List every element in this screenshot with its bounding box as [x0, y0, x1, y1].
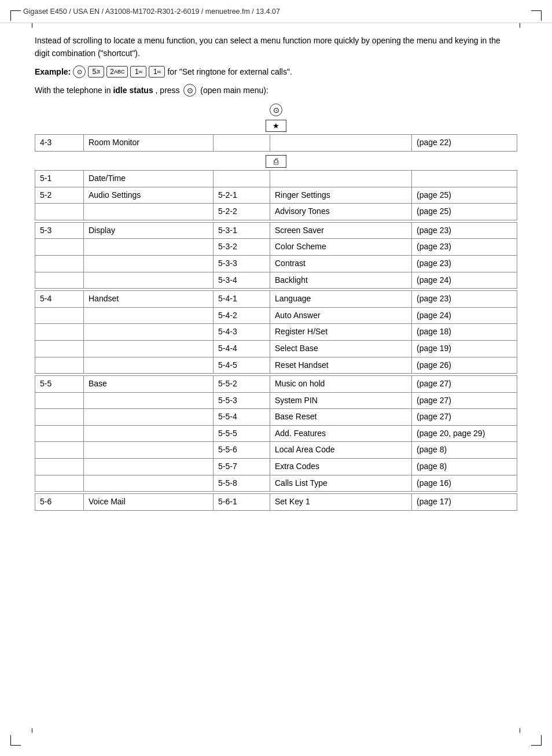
row-sub-code: 5-4-4: [214, 340, 270, 357]
row-sub-code: 5-5-6: [214, 442, 270, 459]
settings-icon-box: ⎙: [266, 155, 286, 168]
row-page: [412, 170, 517, 187]
corner-mark-br: [531, 735, 542, 746]
corner-mark-bl: [10, 735, 21, 746]
row-name: [84, 204, 214, 220]
table-row: 5-5-4Base Reset(page 27): [35, 409, 517, 426]
intro-paragraph: Instead of scrolling to locate a menu fu…: [35, 35, 517, 60]
row-name: [84, 239, 214, 256]
row-code: [35, 255, 84, 272]
row-code: [35, 392, 84, 409]
table-row: 5-5-8Calls List Type(page 16): [35, 475, 517, 492]
content-area: Instead of scrolling to locate a menu fu…: [35, 35, 517, 511]
example-line: Example: ⊙ 5 JI 2 ABC 1 ∞ 1 ∞ for "Set r…: [35, 65, 517, 78]
row-name: Date/Time: [84, 170, 214, 187]
nav-circle-row: ⊙: [35, 104, 517, 116]
row-page: (page 23): [412, 291, 517, 308]
row-sub-code: 5-5-2: [214, 376, 270, 393]
table-row: 5-3-2Color Scheme(page 23): [35, 239, 517, 256]
row-code: [35, 459, 84, 475]
row-page: (page 16): [412, 475, 517, 492]
table-row: 5-1Date/Time: [35, 170, 517, 187]
key-1a: 1 ∞: [130, 66, 146, 78]
table-row: 5-3-3Contrast(page 23): [35, 255, 517, 272]
table-row: 5-4-2Auto Answer(page 24): [35, 307, 517, 324]
row-sub-code: 5-4-5: [214, 357, 270, 374]
row-sub-code: 5-6-1: [214, 494, 270, 511]
page: Gigaset E450 / USA EN / A31008-M1702-R30…: [0, 0, 552, 756]
menu-structure: ⊙ ★ 4-3 Room Monitor (page 22) ⎙: [35, 104, 517, 510]
settings-icon-row: ⎙: [35, 155, 517, 168]
row-sub-name: [270, 170, 412, 187]
row-code: 5-5: [35, 376, 84, 393]
header-tick-right: [520, 23, 520, 28]
row-page: (page 25): [412, 187, 517, 204]
row-code: [35, 204, 84, 220]
table-row: 5-4-5Reset Handset(page 26): [35, 357, 517, 374]
row-sub-name: Music on hold: [270, 376, 412, 393]
row-page: (page 24): [412, 272, 517, 289]
row-sub-code: [214, 170, 270, 187]
row-page: (page 18): [412, 324, 517, 341]
row-page: (page 24): [412, 307, 517, 324]
row-sub-name: Base Reset: [270, 409, 412, 426]
menu-icon: ⊙: [73, 65, 86, 78]
row-sub-name: Color Scheme: [270, 239, 412, 256]
header-text: Gigaset E450 / USA EN / A31008-M1702-R30…: [23, 8, 280, 16]
row-name: [84, 357, 214, 374]
settings-table: 5-1Date/Time5-2Audio Settings5-2-1Ringer…: [35, 170, 517, 511]
row-code: [35, 340, 84, 357]
row-code: 5-2: [35, 187, 84, 204]
row-page: (page 23): [412, 255, 517, 272]
table-row: 5-5-6Local Area Code(page 8): [35, 442, 517, 459]
row-code: [35, 239, 84, 256]
row-page: (page 8): [412, 442, 517, 459]
row-name: [84, 340, 214, 357]
row-name: [84, 475, 214, 492]
table-row: 5-3-4Backlight(page 24): [35, 272, 517, 289]
row-sub-name: Select Base: [270, 340, 412, 357]
key-1b: 1 ∞: [149, 66, 165, 78]
row-name: [84, 425, 214, 442]
row-sub-name: Contrast: [270, 255, 412, 272]
room-monitor-name: Room Monitor: [84, 135, 214, 152]
table-row: 5-2-2Advisory Tones(page 25): [35, 204, 517, 220]
row-sub-name: Calls List Type: [270, 475, 412, 492]
row-sub-code: 5-4-2: [214, 307, 270, 324]
row-page: (page 27): [412, 409, 517, 426]
row-sub-code: 5-3-4: [214, 272, 270, 289]
row-page: (page 27): [412, 376, 517, 393]
idle-line: With the telephone in idle status , pres…: [35, 84, 517, 97]
row-code: [35, 425, 84, 442]
row-name: [84, 255, 214, 272]
star-key-row: ★: [35, 120, 517, 132]
row-name: Voice Mail: [84, 494, 214, 511]
row-page: (page 19): [412, 340, 517, 357]
row-page: (page 23): [412, 222, 517, 239]
row-sub-name: Extra Codes: [270, 459, 412, 475]
bottom-tick-right: [520, 728, 520, 733]
row-code: [35, 324, 84, 341]
table-row: 5-6Voice Mail5-6-1Set Key 1(page 17): [35, 494, 517, 511]
table-row: 5-3Display5-3-1Screen Saver(page 23): [35, 222, 517, 239]
row-name: [84, 459, 214, 475]
row-code: [35, 272, 84, 289]
row-sub-code: 5-4-3: [214, 324, 270, 341]
row-sub-name: Auto Answer: [270, 307, 412, 324]
row-sub-code: 5-4-1: [214, 291, 270, 308]
row-page: (page 17): [412, 494, 517, 511]
row-name: [84, 392, 214, 409]
nav-circle-icon: ⊙: [270, 104, 282, 116]
room-monitor-page: (page 22): [412, 135, 517, 152]
example-suffix: for "Set ringtone for external calls".: [167, 67, 292, 76]
row-code: 5-1: [35, 170, 84, 187]
room-monitor-sub-name: [270, 135, 412, 152]
row-sub-name: Reset Handset: [270, 357, 412, 374]
row-name: Handset: [84, 291, 214, 308]
room-monitor-table: 4-3 Room Monitor (page 22): [35, 134, 517, 152]
row-code: [35, 307, 84, 324]
table-row: 5-4-3Register H/Set(page 18): [35, 324, 517, 341]
idle-end: (open main menu):: [200, 86, 268, 95]
room-monitor-sub-code: [214, 135, 270, 152]
row-name: [84, 307, 214, 324]
